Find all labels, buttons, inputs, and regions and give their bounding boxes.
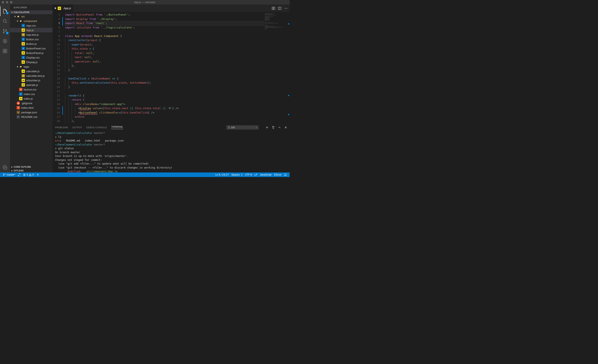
status-problems[interactable]: 0 0 — [22, 173, 35, 176]
tab-label: App.js — [64, 7, 71, 10]
minimize-window-button[interactable] — [6, 1, 8, 4]
tree-folder[interactable]: ▾📁src — [10, 14, 52, 19]
section-code-outline[interactable]: ▸ CODE OUTLINE — [10, 165, 52, 169]
tree-item-label: App.css — [26, 24, 36, 27]
css-file-icon: # — [19, 92, 22, 96]
tree-file[interactable]: JSindex.js — [10, 96, 52, 101]
overview-ruler[interactable] — [287, 12, 290, 124]
tree-file[interactable]: M↓README.md — [10, 114, 52, 119]
close-window-button[interactable] — [2, 1, 4, 4]
js-file-icon: JS — [22, 83, 25, 87]
tree-file[interactable]: {}package.json — [10, 110, 52, 114]
svg-point-2 — [3, 32, 4, 33]
editor-area: JS App.js 345678910111213141516171819202… — [52, 5, 290, 172]
tree-file[interactable]: JSDisplay.js — [10, 60, 52, 64]
new-terminal-icon[interactable] — [266, 126, 268, 129]
no-bug-icon — [2, 39, 8, 44]
statusbar: master* 0 0 Ln 5, Col 27 Spaces: 2 UTF-8… — [0, 172, 290, 177]
chevron-down-icon: ▾ — [11, 11, 13, 14]
tree-file[interactable]: JSApp.test.js — [10, 32, 52, 37]
status-git-branch[interactable]: master* — [2, 173, 17, 176]
section-header-root[interactable]: ▾ CALCULATOR — [10, 10, 52, 14]
folder-icon: 📁 — [19, 19, 22, 23]
editor-tab-app-js[interactable]: JS App.js — [52, 5, 73, 12]
tree-file[interactable]: #Button.css — [10, 37, 52, 41]
branch-name: master* — [7, 173, 15, 176]
tree-item-label: App.test.js — [26, 33, 39, 36]
sync-icon — [18, 173, 21, 176]
tree-file[interactable]: #index.css — [10, 92, 52, 96]
tree-file[interactable]: JSButton.js — [10, 41, 52, 46]
tree-file[interactable]: JSButtonPanel.js — [10, 51, 52, 55]
maximize-panel-icon[interactable] — [278, 126, 281, 129]
status-sync[interactable] — [17, 173, 22, 176]
chevron-down-icon: ▾ — [16, 65, 19, 68]
terminal-selector-value: 1: zsh — [228, 126, 235, 129]
section-gitlens[interactable]: ▸ GITLENS — [10, 169, 52, 172]
warning-icon — [29, 173, 32, 176]
terminal-content[interactable]: ~/Development/calculator master*❯ lssrc/… — [52, 131, 290, 172]
js-file-icon: JS — [19, 97, 22, 100]
tree-file[interactable]: #Display.css — [10, 55, 52, 60]
activity-explorer[interactable]: 1 — [0, 6, 10, 16]
status-feedback[interactable] — [282, 173, 288, 176]
svg-rect-10 — [272, 7, 273, 9]
activity-search[interactable] — [0, 16, 10, 26]
tree-folder[interactable]: ▾📁component — [10, 19, 52, 23]
tree-file[interactable]: JSisNumber.js — [10, 78, 52, 83]
status-indentation[interactable]: Spaces: 2 — [230, 173, 244, 176]
tree-file[interactable]: #ButtonPanel.css — [10, 46, 52, 51]
root-folder-name: CALCULATOR — [14, 11, 29, 14]
tree-file[interactable]: JScalculate.test.js — [10, 73, 52, 78]
editor-body[interactable]: 3456789101112131415161718192021222324252… — [52, 12, 290, 124]
chevron-right-icon: ▸ — [11, 166, 13, 168]
close-panel-icon[interactable] — [284, 126, 287, 129]
tree-file[interactable]: ◆.gitignore — [10, 101, 52, 105]
panel-tab-problems[interactable]: PROBLEMS — [55, 126, 68, 129]
favicon-file-icon: ★ — [19, 88, 22, 91]
tree-file[interactable]: JSApp.js — [10, 28, 52, 32]
tree-folder[interactable]: ▾📁logic — [10, 64, 52, 69]
tree-file[interactable]: #App.css — [10, 23, 52, 28]
tree-item-label: src — [21, 15, 25, 18]
status-live-server[interactable] — [35, 173, 41, 176]
panel-tab-terminal[interactable]: TERMINAL — [111, 126, 123, 129]
search-icon — [2, 19, 8, 24]
svg-rect-11 — [274, 7, 275, 9]
tree-item-label: Button.js — [26, 42, 37, 45]
tree-file[interactable]: JScalculate.js — [10, 69, 52, 73]
compare-changes-icon[interactable] — [272, 7, 275, 10]
terminal-selector[interactable]: 1: zsh ⌄ — [226, 125, 258, 129]
tree-file[interactable]: 5index.html — [10, 105, 52, 110]
tree-file[interactable]: JSoperate.js — [10, 83, 52, 87]
panel-tab-output[interactable]: OUTPUT — [73, 126, 82, 129]
status-cursor-position[interactable]: Ln 5, Col 27 — [214, 173, 230, 176]
traffic-lights — [2, 1, 12, 4]
tree-item-label: index.css — [24, 93, 35, 96]
status-encoding[interactable]: UTF-8 — [244, 173, 253, 176]
tree-item-label: isNumber.js — [26, 79, 40, 82]
activity-debug[interactable] — [0, 36, 10, 46]
tree-item-label: favicon.ico — [24, 88, 36, 91]
line-number-gutter: 3456789101112131415161718192021222324252… — [52, 12, 63, 124]
status-eol[interactable]: LF — [253, 173, 259, 176]
code-content[interactable]: import ButtonPanel from './ButtonPanel';… — [63, 12, 264, 124]
status-eslint[interactable]: ESLint — [273, 173, 282, 176]
tree-file[interactable]: ★favicon.ico — [10, 87, 52, 92]
maximize-window-button[interactable] — [10, 1, 12, 4]
minimap[interactable] — [264, 12, 287, 124]
folder-icon: 📁 — [19, 65, 22, 68]
activity-extensions[interactable] — [0, 46, 10, 56]
kill-terminal-icon[interactable] — [272, 126, 275, 129]
more-actions-icon[interactable] — [284, 7, 288, 10]
tree-item-label: Display.css — [26, 56, 40, 59]
warning-count: 0 — [32, 173, 34, 176]
tree-item-label: Button.css — [26, 38, 39, 41]
status-language-mode[interactable]: JavaScript — [259, 173, 273, 176]
activity-settings[interactable] — [0, 162, 10, 172]
panel-tab-debug-console[interactable]: DEBUG CONSOLE — [86, 126, 107, 129]
activity-source-control[interactable]: 1 — [0, 26, 10, 36]
section-label: GITLENS — [14, 169, 24, 172]
svg-rect-8 — [5, 49, 7, 51]
split-editor-icon[interactable] — [278, 7, 281, 10]
